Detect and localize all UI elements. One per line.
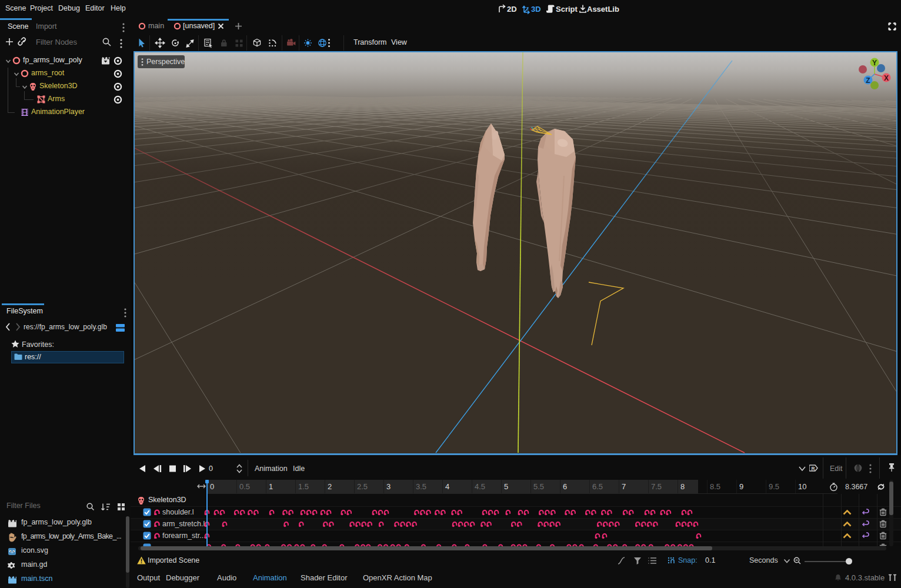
svg-text:3D: 3D <box>531 5 541 14</box>
svg-text:Filter Nodes: Filter Nodes <box>36 38 78 46</box>
svg-text:Y: Y <box>872 59 877 67</box>
svg-text:2D: 2D <box>507 5 517 14</box>
svg-text:Z: Z <box>866 76 870 85</box>
svg-text:X: X <box>884 74 889 82</box>
svg-text:Script: Script <box>556 5 578 14</box>
svg-text:AssetLib: AssetLib <box>587 5 619 14</box>
svg-text:R: R <box>812 466 815 472</box>
